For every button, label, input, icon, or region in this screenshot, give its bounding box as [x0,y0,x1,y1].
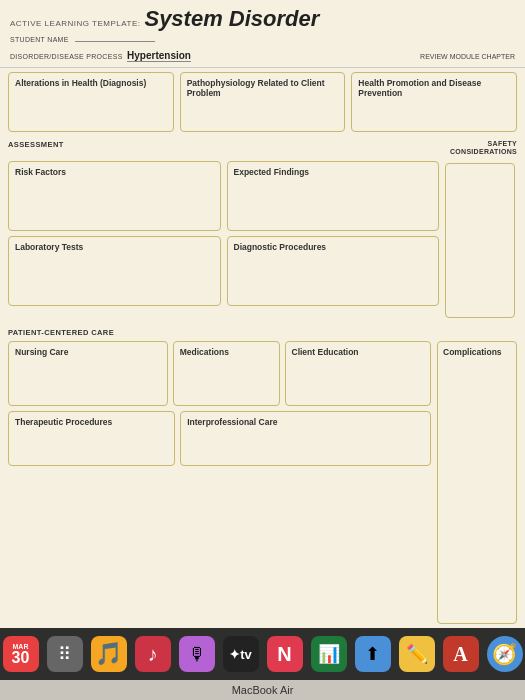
template-title: System Disorder [144,6,319,32]
safety-box: SAFETYCONSIDERATIONS [450,140,517,157]
lab-tests-box: Laboratory Tests [8,236,221,306]
assessment-section-header: ASSESSMENT SAFETYCONSIDERATIONS [8,140,517,157]
taskbar: MAR 30 ⠿ 🎵 ♪ 🎙 ✦tv N 📊 ⬆ ✏️ A [0,628,525,680]
medications-box: Medications [173,341,280,406]
safety-title: SAFETYCONSIDERATIONS [450,140,517,157]
assessment-left: Risk Factors Laboratory Tests [8,161,221,318]
macbook-air-text: MacBook Air [232,684,294,696]
podcast-icon[interactable]: 🎙 [179,636,215,672]
complications-box: Complications [437,341,517,624]
complications-column: Complications [437,341,517,624]
therapeutic-procedures-label: Therapeutic Procedures [15,417,168,427]
safety-column [445,161,517,318]
pcc-bottom-row: Therapeutic Procedures Interprofessional… [8,411,431,466]
music-icon[interactable]: ♪ [135,636,171,672]
active-learning-label: ACTIVE LEARNING TEMPLATE: [10,19,140,28]
nursing-care-box: Nursing Care [8,341,168,406]
assessment-right: Expected Findings Diagnostic Procedures [227,161,440,318]
alterations-label: Alterations in Health (Diagnosis) [15,78,167,88]
launchpad-icon[interactable]: ⠿ [47,636,83,672]
assessment-area: Risk Factors Laboratory Tests Expected F… [8,161,517,318]
stocks-icon[interactable]: 📊 [311,636,347,672]
finder-icon[interactable]: 🎵 [91,636,127,672]
expected-findings-box: Expected Findings [227,161,440,231]
risk-factors-label: Risk Factors [15,167,214,177]
student-name-value [75,41,155,42]
textedit-icon[interactable]: ✏️ [399,636,435,672]
client-education-label: Client Education [292,347,425,357]
top-boxes: Alterations in Health (Diagnosis) Pathop… [8,72,517,132]
pathophysiology-label: Pathophysiology Related to Client Proble… [187,78,339,98]
diagnostic-procedures-label: Diagnostic Procedures [234,242,433,252]
calendar-app[interactable]: MAR 30 [3,636,39,672]
header: ACTIVE LEARNING TEMPLATE: System Disorde… [0,0,525,68]
health-promotion-label: Health Promotion and Disease Prevention [358,78,510,98]
risk-factors-box: Risk Factors [8,161,221,231]
pcc-main: Nursing Care Medications Client Educatio… [8,341,431,624]
safari-icon[interactable]: 🧭 [487,636,523,672]
news-icon[interactable]: N [267,636,303,672]
expected-findings-label: Expected Findings [234,167,433,177]
pcc-top-row: Nursing Care Medications Client Educatio… [8,341,431,406]
main-content: Alterations in Health (Diagnosis) Pathop… [0,68,525,628]
interprofessional-care-box: Interprofessional Care [180,411,431,466]
disorder-value: Hypertension [127,50,191,62]
medications-label: Medications [180,347,273,357]
diagnostic-procedures-box: Diagnostic Procedures [227,236,440,306]
interprofessional-care-label: Interprofessional Care [187,417,424,427]
review-module-label: REVIEW MODULE CHAPTER [420,53,515,60]
pcc-area: Nursing Care Medications Client Educatio… [8,341,517,624]
pathophysiology-box: Pathophysiology Related to Client Proble… [180,72,346,132]
safety-considerations-box [445,163,515,318]
disorder-label: DISORDER/DISEASE PROCESS [10,53,123,60]
font-icon[interactable]: A [443,636,479,672]
student-name-label: STUDENT NAME [10,36,69,43]
airdrop-icon[interactable]: ⬆ [355,636,391,672]
health-promotion-box: Health Promotion and Disease Prevention [351,72,517,132]
complications-label: Complications [443,347,511,357]
nursing-care-label: Nursing Care [15,347,161,357]
therapeutic-procedures-box: Therapeutic Procedures [8,411,175,466]
pcc-section-header: PATIENT-CENTERED CARE [8,328,517,337]
client-education-box: Client Education [285,341,432,406]
assessment-title: ASSESSMENT [8,140,64,149]
pcc-title: PATIENT-CENTERED CARE [8,328,114,337]
lab-tests-label: Laboratory Tests [15,242,214,252]
calendar-day: 30 [12,650,30,666]
appletv-icon[interactable]: ✦tv [223,636,259,672]
macbook-label: MacBook Air [0,680,525,700]
alterations-box: Alterations in Health (Diagnosis) [8,72,174,132]
